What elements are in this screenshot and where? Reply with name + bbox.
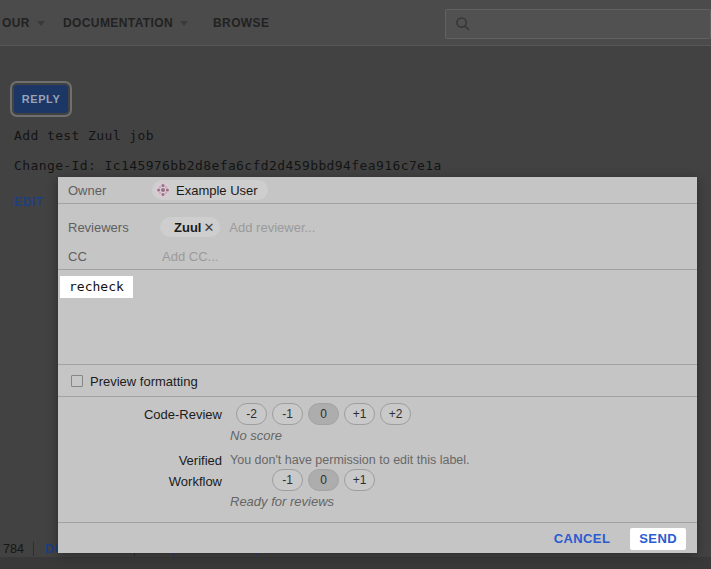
search-box[interactable] xyxy=(445,9,711,39)
nav-menu-documentation[interactable]: DOCUMENTATION xyxy=(63,0,188,46)
cancel-button[interactable]: CANCEL xyxy=(548,530,617,547)
owner-label: Owner xyxy=(68,183,152,198)
code-review-plus-1-button[interactable]: +1 xyxy=(344,403,375,425)
verified-label: Verified xyxy=(58,453,222,468)
verified-permission-text: You don't have permission to edit this l… xyxy=(230,453,470,467)
remove-reviewer-icon[interactable]: ✕ xyxy=(203,220,214,235)
code-review-minus-1-button[interactable]: -1 xyxy=(272,403,303,425)
workflow-buttons: -1 0 +1 xyxy=(272,469,375,491)
code-review-label: Code-Review xyxy=(58,407,222,422)
reviewers-row: Reviewers Zuul ✕ xyxy=(58,215,697,239)
reviewers-label: Reviewers xyxy=(68,220,160,235)
search-input[interactable] xyxy=(477,16,710,33)
cc-label: CC xyxy=(68,249,160,264)
code-review-minus-2-button[interactable]: -2 xyxy=(236,403,267,425)
patchset-number: 784 xyxy=(0,542,33,556)
add-cc-input[interactable] xyxy=(160,248,310,265)
labels-section: Code-Review -2 -1 0 +1 +2 No score Verif… xyxy=(58,398,697,523)
reply-message-textarea[interactable]: recheck xyxy=(60,276,133,298)
preview-formatting-checkbox[interactable] xyxy=(71,375,83,387)
owner-chip: Example User xyxy=(152,180,268,200)
commit-message-subject: Add test Zuul job xyxy=(14,128,154,143)
message-section: recheck xyxy=(58,270,697,365)
nav-menu-your-label: OUR xyxy=(2,16,30,30)
change-id-line: Change-Id: Ic145976bb2d8efa6cfd2d459bbd9… xyxy=(14,158,442,173)
dialog-actions: CANCEL SEND xyxy=(58,524,697,553)
send-button[interactable]: SEND xyxy=(630,528,686,550)
nav-menu-browse-label: BROWSE xyxy=(213,16,269,30)
reviewer-chip-name: Zuul xyxy=(174,220,201,235)
bottom-strip xyxy=(0,557,711,569)
chevron-down-icon xyxy=(37,21,45,26)
cc-row: CC xyxy=(58,244,697,268)
add-reviewer-input[interactable] xyxy=(227,219,377,236)
reviewer-chip-zuul: Zuul ✕ xyxy=(160,217,220,237)
preview-formatting-label: Preview formatting xyxy=(90,374,198,389)
avatar xyxy=(155,182,171,198)
workflow-minus-1-button[interactable]: -1 xyxy=(272,469,303,491)
search-icon xyxy=(455,16,471,32)
code-review-status: No score xyxy=(230,428,282,443)
workflow-status: Ready for reviews xyxy=(230,494,334,509)
nav-menu-browse[interactable]: BROWSE xyxy=(213,0,269,46)
workflow-plus-1-button[interactable]: +1 xyxy=(344,469,375,491)
nav-menu-documentation-label: DOCUMENTATION xyxy=(63,16,173,30)
owner-row: Owner Example User xyxy=(58,177,697,204)
workflow-label: Workflow xyxy=(58,474,222,489)
nav-menu-your[interactable]: OUR xyxy=(2,0,45,46)
reply-dialog: Owner Example User Reviewers Zuul ✕ xyxy=(58,177,697,553)
edit-link[interactable]: EDIT xyxy=(14,195,44,209)
top-navbar: OUR DOCUMENTATION BROWSE xyxy=(0,0,711,46)
reply-button[interactable]: REPLY xyxy=(14,85,68,113)
chevron-down-icon xyxy=(180,21,188,26)
people-section: Reviewers Zuul ✕ CC xyxy=(58,205,697,270)
code-review-plus-2-button[interactable]: +2 xyxy=(380,403,411,425)
code-review-zero-button[interactable]: 0 xyxy=(308,403,339,425)
owner-chip-name: Example User xyxy=(176,183,258,198)
workflow-zero-button[interactable]: 0 xyxy=(308,469,339,491)
preview-formatting-row: Preview formatting xyxy=(58,366,697,397)
code-review-buttons: -2 -1 0 +1 +2 xyxy=(236,403,411,425)
